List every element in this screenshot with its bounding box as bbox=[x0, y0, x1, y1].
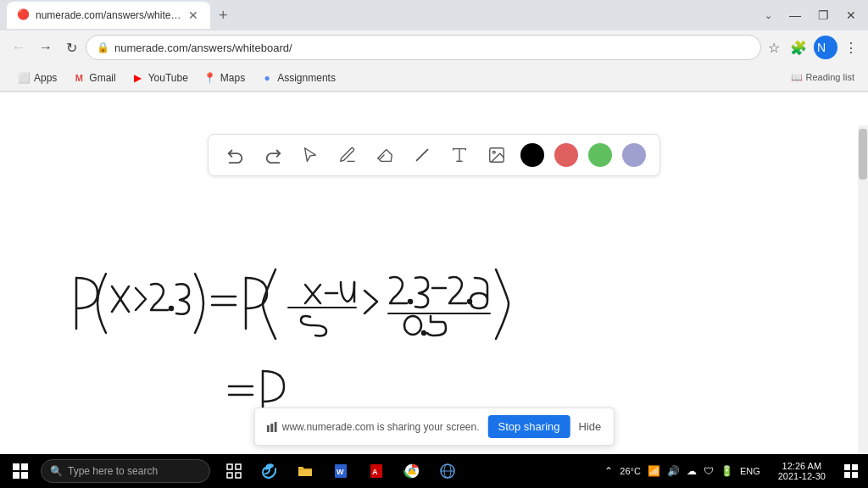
search-placeholder: Type here to search bbox=[68, 465, 158, 477]
new-tab-button[interactable]: + bbox=[214, 7, 233, 25]
bookmark-assignments-label: Assignments bbox=[277, 72, 336, 84]
color-green[interactable] bbox=[588, 143, 612, 167]
image-tool-button[interactable] bbox=[483, 141, 510, 169]
undo-button[interactable] bbox=[222, 141, 249, 169]
window-controls: ⌄ — ❐ ✕ bbox=[760, 3, 861, 27]
word-taskbar[interactable]: W bbox=[324, 454, 358, 488]
clock-time: 12:26 AM bbox=[782, 461, 821, 471]
tab-close-button[interactable]: ✕ bbox=[186, 8, 200, 22]
svg-line-0 bbox=[417, 150, 428, 161]
svg-rect-20 bbox=[275, 422, 277, 432]
redo-button[interactable] bbox=[259, 141, 287, 169]
sharing-text: www.numerade.com is sharing your screen. bbox=[282, 421, 480, 433]
select-tool-button[interactable] bbox=[297, 141, 324, 169]
bookmark-youtube[interactable]: ▶ YouTube bbox=[125, 69, 195, 86]
taskbar-search[interactable]: 🔍 Type here to search bbox=[41, 459, 210, 483]
browser-content: www.numerade.com is sharing your screen.… bbox=[0, 125, 868, 454]
scrollbar-thumb[interactable] bbox=[859, 129, 867, 180]
acrobat-icon: A bbox=[368, 463, 385, 480]
taskview-button[interactable] bbox=[217, 454, 251, 488]
forward-button[interactable]: → bbox=[34, 36, 58, 58]
svg-rect-39 bbox=[852, 464, 858, 470]
taskbar: 🔍 Type here to search bbox=[0, 454, 868, 488]
pen-tool-button[interactable] bbox=[334, 141, 361, 169]
bookmark-star-button[interactable]: ☆ bbox=[765, 36, 783, 59]
back-button[interactable]: ← bbox=[7, 36, 31, 58]
reload-button[interactable]: ↻ bbox=[61, 36, 82, 59]
svg-rect-38 bbox=[844, 464, 850, 470]
taskbar-right: ⌃ 26°C 📶 🔊 ☁ 🛡 🔋 ENG 12:26 AM 2021-12-30 bbox=[595, 454, 868, 488]
color-purple[interactable] bbox=[622, 143, 646, 167]
edge-browser-taskbar[interactable] bbox=[253, 454, 287, 488]
close-window-button[interactable]: ✕ bbox=[841, 3, 861, 27]
minimize-button[interactable]: — bbox=[784, 3, 806, 27]
svg-point-4 bbox=[492, 151, 495, 153]
svg-text:W: W bbox=[337, 468, 344, 476]
sharing-bars-icon bbox=[267, 422, 277, 432]
svg-rect-19 bbox=[270, 424, 273, 432]
acrobat-taskbar[interactable]: A bbox=[359, 454, 393, 488]
notification-button[interactable] bbox=[834, 454, 868, 488]
sharing-indicator: www.numerade.com is sharing your screen. bbox=[267, 421, 480, 433]
eraser-tool-button[interactable] bbox=[371, 141, 398, 169]
text-tool-button[interactable] bbox=[446, 141, 473, 169]
taskview-icon bbox=[226, 463, 242, 479]
hide-button[interactable]: Hide bbox=[579, 420, 602, 433]
nav-bar: ← → ↻ 🔒 numerade.com/answers/whiteboard/… bbox=[0, 30, 868, 64]
folder-icon bbox=[297, 463, 314, 480]
tab-favicon: 🔴 bbox=[17, 8, 31, 22]
edge-icon bbox=[261, 463, 278, 480]
svg-rect-27 bbox=[227, 473, 232, 478]
stop-sharing-button[interactable]: Stop sharing bbox=[488, 415, 570, 438]
search-tabs-button[interactable]: ⌄ bbox=[760, 3, 777, 27]
bookmark-apps[interactable]: ⬜ Apps bbox=[10, 69, 64, 86]
scrollbar[interactable] bbox=[858, 125, 868, 454]
tab-title: numerade.com/answers/whiteboard/ bbox=[36, 9, 181, 21]
svg-rect-23 bbox=[13, 472, 19, 479]
file-explorer-taskbar[interactable] bbox=[288, 454, 322, 488]
speaker-icon[interactable]: 🔊 bbox=[665, 465, 682, 477]
maximize-button[interactable]: ❐ bbox=[813, 3, 834, 27]
address-text: numerade.com/answers/whiteboard/ bbox=[114, 42, 750, 54]
address-bar[interactable]: 🔒 numerade.com/answers/whiteboard/ bbox=[86, 35, 761, 60]
battery-icon: 🔋 bbox=[718, 465, 736, 477]
profile-button[interactable]: N bbox=[814, 36, 837, 59]
bookmark-gmail-label: Gmail bbox=[89, 72, 115, 84]
search-icon: 🔍 bbox=[50, 465, 63, 477]
lang-display: ENG bbox=[737, 466, 763, 476]
assignments-icon: ● bbox=[260, 71, 274, 85]
svg-rect-26 bbox=[236, 464, 241, 469]
tab-bar: 🔴 numerade.com/answers/whiteboard/ ✕ + ⌄… bbox=[0, 0, 868, 30]
security-icon[interactable]: 🛡 bbox=[701, 465, 716, 477]
taskbar-app-icons: W A bbox=[217, 454, 465, 488]
nav-right-icons: ☆ 🧩 N ⋮ bbox=[765, 36, 861, 59]
extensions-button[interactable]: 🧩 bbox=[787, 36, 810, 59]
color-black[interactable] bbox=[520, 143, 544, 167]
svg-rect-25 bbox=[227, 464, 232, 469]
clock[interactable]: 12:26 AM 2021-12-30 bbox=[770, 454, 834, 488]
line-tool-button[interactable] bbox=[409, 141, 436, 169]
reading-list-button[interactable]: 📖 Reading list bbox=[787, 69, 858, 86]
globe-icon bbox=[439, 463, 456, 480]
onedrive-icon[interactable]: ☁ bbox=[684, 465, 699, 477]
start-button[interactable] bbox=[0, 454, 41, 488]
bookmark-gmail[interactable]: M Gmail bbox=[65, 69, 122, 86]
chrome-icon bbox=[403, 463, 420, 480]
tray-chevron[interactable]: ⌃ bbox=[602, 465, 615, 477]
svg-rect-28 bbox=[236, 473, 241, 478]
active-tab[interactable]: 🔴 numerade.com/answers/whiteboard/ ✕ bbox=[7, 2, 210, 29]
svg-rect-24 bbox=[21, 472, 28, 479]
chrome-taskbar[interactable] bbox=[395, 454, 429, 488]
bookmark-apps-label: Apps bbox=[34, 72, 57, 84]
bookmark-assignments[interactable]: ● Assignments bbox=[253, 69, 342, 86]
bookmark-maps-label: Maps bbox=[220, 72, 245, 84]
bookmark-maps[interactable]: 📍 Maps bbox=[197, 69, 252, 86]
color-red[interactable] bbox=[554, 143, 578, 167]
clock-date: 2021-12-30 bbox=[778, 471, 826, 481]
svg-rect-18 bbox=[267, 425, 270, 432]
bookmarks-bar: ⬜ Apps M Gmail ▶ YouTube 📍 Maps ● Assign… bbox=[0, 64, 868, 92]
menu-button[interactable]: ⋮ bbox=[841, 36, 861, 59]
system-tray: ⌃ 26°C 📶 🔊 ☁ 🛡 🔋 ENG bbox=[595, 454, 769, 488]
svg-rect-22 bbox=[21, 463, 28, 470]
update-taskbar[interactable] bbox=[431, 454, 465, 488]
